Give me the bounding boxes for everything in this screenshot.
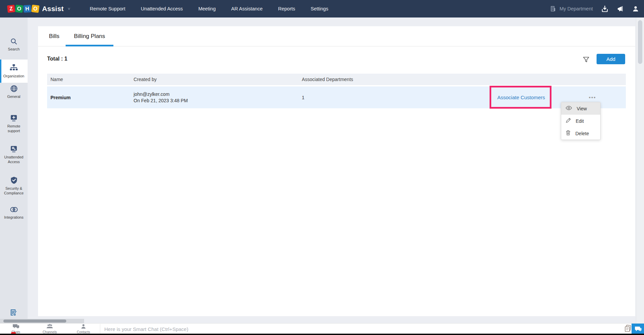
smart-chat-icon[interactable] (632, 324, 644, 334)
sidebar-item-label: Security & Compliance (0, 186, 28, 195)
search-icon (10, 38, 17, 45)
horizontal-scrollbar-thumb[interactable] (3, 320, 66, 323)
channels-icon (46, 324, 53, 330)
smart-chat-bar: Chats Channels Contacts (0, 323, 644, 334)
logo-letter: O (31, 5, 40, 13)
navbar-menu: Remote Support Unattended Access Meeting… (90, 6, 328, 11)
smart-chat-input[interactable] (104, 324, 622, 334)
tab-bills[interactable]: Bills (46, 26, 62, 46)
sidebar-item-label: Organization (3, 74, 25, 78)
vertical-scrollbar-thumb[interactable] (638, 20, 642, 64)
created-by-date: On Feb 21, 2023 3:48 PM (134, 98, 188, 104)
sidebar-item-label: Search (7, 47, 21, 51)
nav-item-reports[interactable]: Reports (278, 6, 295, 11)
contacts-icon (81, 324, 86, 330)
sidebar-item-security-compliance[interactable]: Security & Compliance (0, 176, 28, 199)
download-icon[interactable] (601, 5, 608, 12)
logo-letter: O (15, 5, 23, 13)
chat-tab-channels[interactable]: Channels (36, 324, 63, 334)
created-by-cell: john@zylker.com On Feb 21, 2023 3:48 PM (134, 91, 188, 104)
associated-departments-cell: 1 (302, 95, 305, 100)
department-building-icon (549, 5, 557, 12)
feedback-icon (10, 308, 18, 317)
menu-item-label: Edit (576, 118, 584, 124)
tab-billing-plans[interactable]: Billing Plans (66, 26, 113, 46)
plan-name-cell: Premium (50, 95, 71, 100)
horizontal-scrollbar[interactable] (0, 319, 84, 323)
sidebar-item-general[interactable]: General (0, 85, 28, 103)
sidebar-item-label: Unattended Access (0, 155, 28, 164)
column-header-associated-departments[interactable]: Associated Departments (302, 77, 353, 82)
department-label: My Department (560, 6, 593, 11)
column-header-created-by[interactable]: Created by (134, 77, 156, 82)
user-icon[interactable] (632, 5, 639, 12)
row-context-menu: View Edit Delete (561, 102, 601, 140)
filter-icon[interactable] (582, 56, 590, 63)
created-by-email: john@zylker.com (134, 91, 188, 98)
navbar-right: My Department (549, 0, 639, 17)
menu-item-view[interactable]: View (561, 102, 600, 115)
chat-tab-contacts[interactable]: Contacts (70, 324, 97, 334)
menu-item-edit[interactable]: Edit (561, 115, 600, 127)
top-navbar: Z O H O Assist ˅ Remote Support Unattend… (0, 0, 644, 17)
logo-letter: Z (7, 5, 15, 13)
menu-item-label: View (577, 106, 587, 111)
app-window: Z O H O Assist ˅ Remote Support Unattend… (0, 0, 644, 335)
table-header-row: Name Created by Associated Departments (47, 74, 626, 85)
announcement-icon[interactable] (616, 5, 624, 12)
logo-letter: H (23, 5, 31, 12)
zoho-logo: Z O H O (7, 5, 39, 12)
department-selector[interactable]: My Department (549, 5, 593, 12)
sidebar-item-remote-support[interactable]: Remote support (0, 114, 28, 138)
divider (100, 324, 100, 334)
nav-item-unattended-access[interactable]: Unattended Access (141, 6, 183, 11)
ellipsis-icon[interactable]: ••• (589, 95, 596, 100)
pencil-icon (566, 118, 571, 124)
column-header-name[interactable]: Name (50, 77, 63, 82)
total-count-label: Total : 1 (47, 56, 67, 62)
unattended-access-icon (10, 145, 18, 153)
trash-icon (566, 130, 571, 137)
nav-item-settings[interactable]: Settings (311, 6, 328, 11)
chat-tab-chats[interactable]: Chats (2, 324, 29, 334)
sidebar-item-label: Remote support (0, 124, 28, 133)
nav-item-meeting[interactable]: Meeting (198, 6, 216, 11)
zoho-assist-logo[interactable]: Z O H O Assist ˅ (7, 5, 70, 13)
integrations-icon (10, 206, 18, 213)
org-chart-icon (9, 64, 18, 72)
sidebar-item-label: Integrations (3, 215, 24, 220)
window-bottom-edge (0, 334, 644, 335)
globe-icon (10, 85, 18, 92)
vertical-scrollbar[interactable] (636, 17, 644, 335)
product-name: Assist (42, 5, 64, 13)
eye-icon (566, 106, 572, 111)
sidebar-item-search[interactable]: Search (0, 38, 28, 55)
chats-icon (12, 324, 20, 330)
billing-tabs: Bills Billing Plans (38, 26, 635, 46)
nav-item-ar-assistance[interactable]: AR Assistance (231, 6, 263, 11)
menu-item-label: Delete (575, 131, 589, 136)
sidebar-item-unattended-access[interactable]: Unattended Access (0, 145, 28, 169)
sidebar-item-integrations[interactable]: Integrations (0, 206, 28, 224)
copy-pages-icon[interactable] (624, 325, 632, 333)
table-row[interactable]: Premium john@zylker.com On Feb 21, 2023 … (47, 86, 626, 108)
sidebar-item-label: General (6, 94, 21, 99)
remote-support-icon (10, 114, 18, 122)
sidebar-item-organization[interactable]: Organization (0, 60, 28, 83)
shield-check-icon (10, 176, 18, 184)
left-sidebar: Search Organization General Remote suppo… (0, 17, 28, 335)
menu-item-delete[interactable]: Delete (561, 127, 600, 140)
chevron-down-icon[interactable]: ˅ (68, 6, 70, 11)
add-button[interactable]: Add (597, 54, 625, 64)
associate-customers-link[interactable]: Associate Customers (497, 95, 545, 100)
nav-item-remote-support[interactable]: Remote Support (90, 6, 126, 11)
billing-content-card: Bills Billing Plans Total : 1 Add Name C… (38, 26, 635, 316)
